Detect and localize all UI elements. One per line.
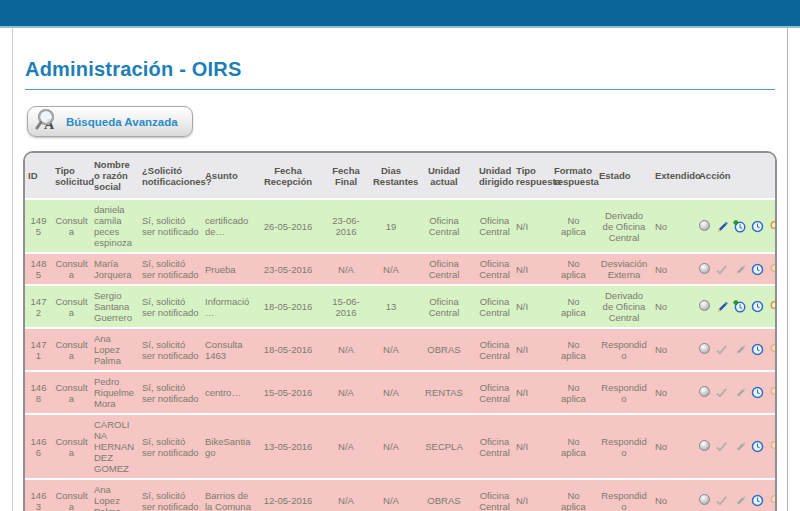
table-row: 1466ConsultaCAROLINA HERNANDEZ GOMEZSí, … [25,414,777,479]
table-row: 1463ConsultaAna Lopez PalmaSí, solicitó … [25,479,777,511]
cell-tipo-solicitud: Consulta [52,285,91,328]
view-magnifier-disabled-icon[interactable] [769,343,777,356]
cell-extendido: No [652,199,696,253]
cell-tipo-respuesta: N/I [513,371,551,414]
cell-tipo-respuesta: N/I [513,414,551,479]
assign-sphere-icon[interactable] [699,263,710,276]
cell-id: 1463 [25,479,52,511]
history-clock-icon[interactable] [751,494,764,507]
history-clock-icon[interactable] [751,300,764,313]
cell-unidad-actual: Oficina Central [412,253,476,285]
edit-pen-disabled-icon[interactable] [733,263,746,276]
cell-acciones [696,328,777,371]
view-magnifier-disabled-icon[interactable] [769,494,777,507]
cell-unidad-dirigido: Oficina Central [476,371,513,414]
cell-estado: Respondido [596,371,652,414]
assign-sphere-icon[interactable] [699,494,710,507]
cell-estado: Respondido [596,414,652,479]
cell-unidad-actual: OBRAS [412,479,476,511]
cell-fecha-final: N/A [322,371,370,414]
view-magnifier-icon[interactable] [769,220,777,233]
column-header: Extendido [652,153,696,199]
assign-sphere-icon[interactable] [699,300,710,313]
assign-sphere-icon[interactable] [699,386,710,399]
extend-timer-icon[interactable] [733,220,746,233]
cell-nombre: Sergio Santana Guerrero [91,285,139,328]
cell-notificaciones: Sí, solicitó ser notificado [139,371,202,414]
cell-estado: Respondido [596,479,652,511]
assign-sphere-icon[interactable] [699,440,710,453]
cell-notificaciones: Sí, solicitó ser notificado [139,414,202,479]
table-row: 1471ConsultaAna Lopez PalmaSí, solicitó … [25,328,777,371]
history-clock-icon[interactable] [751,263,764,276]
assign-sphere-icon[interactable] [699,343,710,356]
cell-id: 1471 [25,328,52,371]
cell-unidad-actual: OBRAS [412,328,476,371]
cell-notificaciones: Sí, solicitó ser notificado [139,285,202,328]
column-header: Unidad dirigido [476,153,513,199]
cell-dias-restantes: N/A [370,371,412,414]
respond-check-icon[interactable] [715,440,728,453]
cell-acciones [696,414,777,479]
table-row: 1468ConsultaPedro Riquelme MoraSí, solic… [25,371,777,414]
history-clock-icon[interactable] [751,220,764,233]
cell-formato-respuesta: No aplica [551,253,596,285]
cell-formato-respuesta: No aplica [551,479,596,511]
cell-acciones [696,285,777,328]
cell-tipo-solicitud: Consulta [52,414,91,479]
history-clock-icon[interactable] [751,386,764,399]
edit-pen-icon[interactable] [715,220,728,233]
cell-unidad-actual: RENTAS [412,371,476,414]
edit-pen-disabled-icon[interactable] [733,386,746,399]
cell-nombre: Ana Lopez Palma [91,328,139,371]
respond-check-icon[interactable] [715,343,728,356]
column-header: Nombre o razón social [91,153,139,199]
edit-pen-disabled-icon[interactable] [733,343,746,356]
cell-unidad-actual: SECPLA [412,414,476,479]
requests-table-container: IDTipo solicitudNombre o razón social¿So… [23,151,777,511]
respond-check-icon[interactable] [715,494,728,507]
column-header: Tipo solicitud [52,153,91,199]
cell-dias-restantes: 13 [370,285,412,328]
cell-formato-respuesta: No aplica [551,371,596,414]
cell-extendido: No [652,253,696,285]
cell-acciones [696,253,777,285]
cell-extendido: No [652,371,696,414]
cell-notificaciones: Sí, solicitó ser notificado [139,328,202,371]
view-magnifier-disabled-icon[interactable] [769,263,777,276]
cell-notificaciones: Sí, solicitó ser notificado [139,479,202,511]
respond-check-icon[interactable] [715,386,728,399]
cell-fecha-final: N/A [322,328,370,371]
column-header: Fecha Final [322,153,370,199]
cell-tipo-solicitud: Consulta [52,199,91,253]
advanced-search-label: Búsqueda Avanzada [66,116,178,128]
cell-estado: Desviación Externa [596,253,652,285]
cell-nombre: CAROLINA HERNANDEZ GOMEZ [91,414,139,479]
cell-asunto: Barrios de la Comuna [202,479,254,511]
edit-pen-disabled-icon[interactable] [733,494,746,507]
edit-pen-icon[interactable] [715,300,728,313]
advanced-search-button[interactable]: A Búsqueda Avanzada [27,106,193,137]
edit-pen-disabled-icon[interactable] [733,440,746,453]
cell-unidad-dirigido: Oficina Central [476,414,513,479]
cell-unidad-dirigido: Oficina Central [476,285,513,328]
cell-acciones [696,371,777,414]
column-header: ¿Solicitó notificaciones? [139,153,202,199]
view-magnifier-icon[interactable] [769,300,777,313]
table-row: 1495Consultadaniela camila peces espinoz… [25,199,777,253]
cell-unidad-dirigido: Oficina Central [476,253,513,285]
cell-formato-respuesta: No aplica [551,414,596,479]
top-nav-bar [0,0,800,26]
history-clock-icon[interactable] [751,440,764,453]
requests-table: IDTipo solicitudNombre o razón social¿So… [25,153,777,511]
cell-notificaciones: Sí, solicitó ser notificado [139,199,202,253]
cell-tipo-respuesta: N/I [513,253,551,285]
history-clock-icon[interactable] [751,343,764,356]
page-title: Administración - OIRS [25,58,775,90]
view-magnifier-disabled-icon[interactable] [769,386,777,399]
respond-check-icon[interactable] [715,263,728,276]
cell-unidad-dirigido: Oficina Central [476,479,513,511]
assign-sphere-icon[interactable] [699,220,710,233]
extend-timer-icon[interactable] [733,300,746,313]
view-magnifier-disabled-icon[interactable] [769,440,777,453]
